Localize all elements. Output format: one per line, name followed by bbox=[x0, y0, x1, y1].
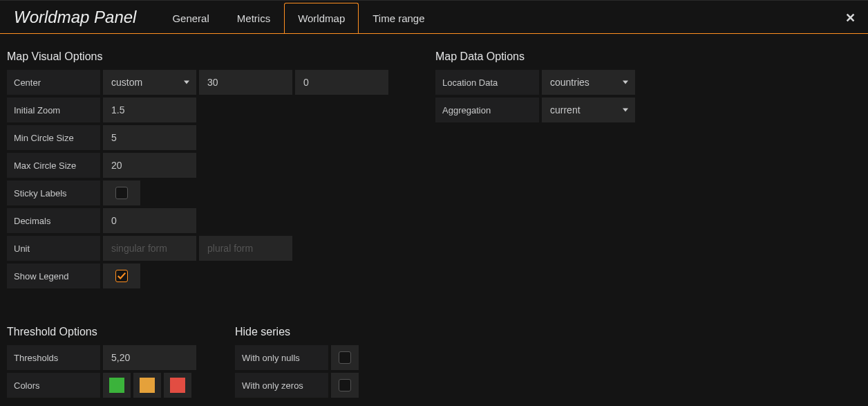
show-legend-checkbox-wrap bbox=[103, 264, 140, 288]
only-zeros-label: With only zeros bbox=[235, 373, 328, 398]
only-zeros-checkbox[interactable] bbox=[339, 379, 351, 391]
color-swatch-2-wrap bbox=[133, 373, 161, 398]
min-circle-label: Min Circle Size bbox=[7, 125, 100, 150]
hide-series-section: Hide series With only nulls With only ze… bbox=[235, 326, 361, 400]
color-swatch-3-wrap bbox=[164, 373, 191, 398]
visual-options-title: Map Visual Options bbox=[7, 50, 435, 63]
location-data-select[interactable]: countries bbox=[542, 70, 635, 95]
sticky-labels-label: Sticky Labels bbox=[7, 181, 100, 205]
only-nulls-label: With only nulls bbox=[235, 345, 328, 370]
color-swatch-3[interactable] bbox=[170, 378, 185, 393]
color-swatch-2[interactable] bbox=[140, 378, 155, 393]
decimals-input[interactable] bbox=[103, 208, 196, 233]
panel-title: Worldmap Panel bbox=[8, 8, 144, 27]
tab-time-range[interactable]: Time range bbox=[359, 3, 438, 34]
color-swatch-1[interactable] bbox=[109, 378, 124, 393]
only-zeros-checkbox-wrap bbox=[331, 373, 359, 398]
tab-bar: General Metrics Worldmap Time range bbox=[158, 1, 438, 34]
threshold-options-title: Threshold Options bbox=[7, 326, 235, 338]
center-select[interactable]: custom bbox=[103, 70, 196, 95]
hide-series-title: Hide series bbox=[235, 326, 361, 338]
tab-worldmap[interactable]: Worldmap bbox=[284, 3, 359, 34]
max-circle-label: Max Circle Size bbox=[7, 153, 100, 178]
location-data-value: countries bbox=[550, 77, 589, 88]
tab-underline bbox=[0, 33, 868, 34]
thresholds-label: Thresholds bbox=[7, 345, 100, 370]
sticky-labels-checkbox-wrap bbox=[103, 181, 140, 205]
center-label: Center bbox=[7, 70, 100, 95]
data-options-title: Map Data Options bbox=[435, 50, 638, 63]
unit-plural-input[interactable] bbox=[199, 236, 292, 261]
only-nulls-checkbox-wrap bbox=[331, 345, 359, 370]
chevron-down-icon bbox=[184, 81, 189, 84]
threshold-options-section: Threshold Options Thresholds Colors bbox=[7, 326, 235, 400]
initial-zoom-input[interactable] bbox=[103, 98, 196, 122]
center-select-value: custom bbox=[111, 77, 142, 88]
unit-singular-input[interactable] bbox=[103, 236, 196, 261]
chevron-down-icon bbox=[623, 81, 628, 84]
decimals-label: Decimals bbox=[7, 208, 100, 233]
chevron-down-icon bbox=[623, 109, 628, 112]
aggregation-label: Aggregation bbox=[435, 98, 539, 122]
panel-header: Worldmap Panel General Metrics Worldmap … bbox=[0, 1, 868, 34]
colors-label: Colors bbox=[7, 373, 100, 398]
thresholds-input[interactable] bbox=[103, 345, 196, 370]
center-lat-input[interactable] bbox=[199, 70, 292, 95]
visual-options-section: Map Visual Options Center custom Initial… bbox=[7, 50, 435, 291]
center-lon-input[interactable] bbox=[295, 70, 388, 95]
unit-label: Unit bbox=[7, 236, 100, 261]
tab-general[interactable]: General bbox=[158, 3, 223, 34]
sticky-labels-checkbox[interactable] bbox=[115, 187, 128, 199]
panel-body: Map Visual Options Center custom Initial… bbox=[0, 34, 868, 406]
aggregation-select[interactable]: current bbox=[542, 98, 635, 122]
initial-zoom-label: Initial Zoom bbox=[7, 98, 100, 122]
show-legend-checkbox[interactable] bbox=[115, 270, 128, 282]
tab-metrics[interactable]: Metrics bbox=[223, 3, 284, 34]
max-circle-input[interactable] bbox=[103, 153, 196, 178]
min-circle-input[interactable] bbox=[103, 125, 196, 150]
location-data-label: Location Data bbox=[435, 70, 539, 95]
show-legend-label: Show Legend bbox=[7, 264, 100, 288]
data-options-section: Map Data Options Location Data countries… bbox=[435, 50, 638, 291]
editor-panel: Worldmap Panel General Metrics Worldmap … bbox=[0, 0, 868, 406]
color-swatch-1-wrap bbox=[103, 373, 131, 398]
only-nulls-checkbox[interactable] bbox=[339, 351, 351, 364]
aggregation-value: current bbox=[550, 104, 581, 116]
close-icon[interactable]: ✕ bbox=[845, 10, 856, 26]
